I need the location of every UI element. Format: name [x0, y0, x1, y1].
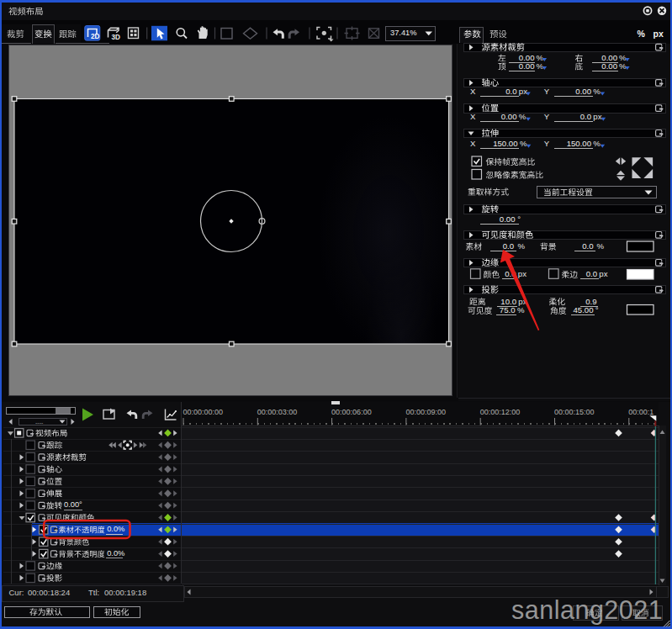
svg-text:2D: 2D: [91, 33, 100, 40]
svg-text:3D: 3D: [112, 34, 121, 41]
